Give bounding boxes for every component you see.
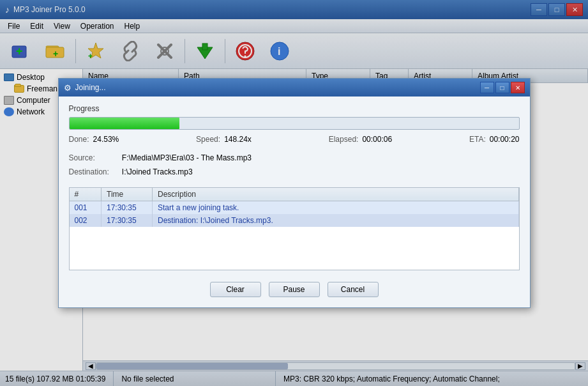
modal-close-button[interactable]: ✕ [511, 82, 525, 93]
log-table: # Time Description 001 17:30:35 Start a … [69, 187, 520, 270]
done-label: Done: [69, 135, 89, 144]
speed-label: Speed: [196, 135, 220, 144]
log-desc-1: Start a new joining task. [153, 201, 519, 214]
destination-row: Destination: I:\Joined Tracks.mp3 [69, 166, 520, 180]
modal-buttons: Clear Pause Cancel [69, 279, 520, 300]
done-value: 24.53% [93, 135, 119, 144]
log-row-1: 001 17:30:35 Start a new joining task. [70, 201, 519, 214]
eta-label: ETA: [469, 135, 486, 144]
elapsed-label: Elapsed: [329, 135, 359, 144]
modal-overlay: ⚙ Joining... ─ □ ✕ Progress Done: 24.53% [0, 0, 588, 386]
dest-label: Destination: [69, 166, 120, 180]
source-dest: Source: F:\Media\MP3\Era\03 - The Mass.m… [69, 151, 520, 179]
stat-elapsed: Elapsed: 00:00:06 [329, 135, 392, 144]
dest-value: I:\Joined Tracks.mp3 [122, 167, 193, 176]
speed-value: 148.24x [224, 135, 252, 144]
log-time-1: 17:30:35 [102, 201, 153, 214]
stat-eta: ETA: 00:00:20 [469, 135, 520, 144]
cancel-button[interactable]: Cancel [328, 282, 379, 297]
log-row-2: 002 17:30:35 Destination: I:\Joined Trac… [70, 214, 519, 227]
source-value: F:\Media\MP3\Era\03 - The Mass.mp3 [122, 153, 252, 162]
modal-title-controls: ─ □ ✕ [480, 82, 525, 93]
eta-value: 00:00:20 [490, 135, 520, 144]
log-col-num: # [70, 188, 102, 201]
log-time-2: 17:30:35 [102, 214, 153, 227]
pause-button[interactable]: Pause [269, 282, 320, 297]
elapsed-value: 00:00:06 [362, 135, 392, 144]
log-col-time: Time [102, 188, 153, 201]
modal-title-text: ⚙ Joining... [64, 83, 106, 93]
stat-speed: Speed: 148.24x [196, 135, 252, 144]
progress-label: Progress [69, 104, 520, 113]
log-desc-2: Destination: I:\Joined Tracks.mp3. [153, 214, 519, 227]
progress-bar-container [69, 117, 520, 130]
modal-body: Progress Done: 24.53% Speed: 148.24x Ela… [59, 96, 530, 307]
stat-done: Done: 24.53% [69, 135, 119, 144]
log-col-desc: Description [153, 188, 519, 201]
log-num-2: 002 [70, 214, 102, 227]
source-label: Source: [69, 151, 120, 166]
modal-title-bar: ⚙ Joining... ─ □ ✕ [59, 79, 530, 96]
modal-maximize-button[interactable]: □ [495, 82, 509, 93]
progress-bar-fill [70, 118, 180, 129]
progress-stats: Done: 24.53% Speed: 148.24x Elapsed: 00:… [69, 135, 520, 144]
joining-dialog: ⚙ Joining... ─ □ ✕ Progress Done: 24.53% [58, 78, 531, 307]
source-row: Source: F:\Media\MP3\Era\03 - The Mass.m… [69, 151, 520, 166]
modal-minimize-button[interactable]: ─ [480, 82, 494, 93]
modal-title-icon: ⚙ [64, 83, 72, 93]
log-num-1: 001 [70, 201, 102, 214]
clear-button[interactable]: Clear [210, 282, 261, 297]
